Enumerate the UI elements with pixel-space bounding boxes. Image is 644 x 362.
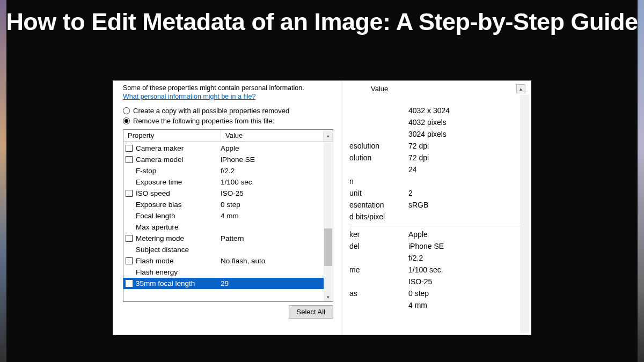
property-label: Camera maker [135,144,221,152]
details-scroll-up-icon[interactable]: ▴ [516,84,525,93]
property-row[interactable]: F-stopf/2.2 [123,165,324,176]
property-label: Camera model [135,156,221,164]
details-value: f/2.2 [408,252,520,264]
property-label: Exposure time [135,178,221,186]
checkbox [126,167,133,174]
screenshot-stage: Value ▴ 4032 x 30244032 pixels3024 pixel… [113,80,531,335]
radio-remove-following[interactable]: Remove the following properties from thi… [123,117,333,125]
details-label: n [349,175,408,187]
details-label: ker [349,228,408,240]
details-value: 72 dpi [408,140,520,152]
property-row[interactable]: Flash modeNo flash, auto [123,255,324,267]
privacy-link[interactable]: What personal information might be in a … [123,93,255,100]
details-row: d bits/pixel [349,211,520,223]
property-value: 1/100 sec. [221,178,324,186]
checkbox [126,269,133,276]
details-header-value: Value [371,85,516,93]
property-label: Max aperture [135,223,221,231]
radio-create-copy[interactable]: Create a copy with all possible properti… [123,107,333,115]
property-value: iPhone SE [221,156,324,164]
property-label: 35mm focal length [135,279,221,287]
details-row: 4 mm [349,299,520,311]
details-row: deliPhone SE [349,240,520,252]
property-label: Metering mode [135,234,221,242]
radio-icon [123,107,130,114]
column-header-property[interactable]: Property [123,130,221,141]
details-value: 2 [408,187,520,199]
property-label: Subject distance [135,246,221,254]
property-row[interactable]: Exposure bias0 step [123,199,324,210]
details-label [349,105,408,116]
property-row[interactable]: ISO speedISO-25 [123,188,324,199]
checkbox [126,246,133,253]
details-value: iPhone SE [408,240,520,252]
details-row: 24 [349,164,520,175]
property-row[interactable]: Focal length4 mm [123,210,324,221]
details-label: d bits/pixel [349,211,408,223]
details-label: unit [349,187,408,199]
property-value: Pattern [221,234,324,242]
details-value: 0 step [408,287,520,299]
scrollbar-thumb[interactable] [324,228,332,266]
details-label [349,164,408,175]
list-scrollbar[interactable]: ▾ [324,143,333,301]
list-scroll-down-icon[interactable]: ▾ [324,292,332,301]
details-row: n [349,175,520,187]
decorative-edge-right [638,0,644,362]
property-label: F-stop [135,167,221,175]
details-label [349,128,408,140]
property-value: f/2.2 [221,167,324,175]
property-row[interactable]: Metering modePattern [123,233,324,244]
checkbox [126,201,133,208]
properties-listbox: Property Value ▴ Camera makerAppleCamera… [123,129,333,302]
details-row: olution72 dpi [349,152,520,164]
checkbox[interactable] [126,156,133,163]
checkbox[interactable] [126,235,133,242]
checkbox[interactable] [126,190,133,197]
details-row: as0 step [349,287,520,299]
details-label [349,252,408,264]
checkbox [126,179,133,186]
property-row[interactable]: Flash energy [123,267,324,278]
select-all-button[interactable]: Select All [289,305,333,319]
radio-label: Create a copy with all possible properti… [133,107,289,115]
details-label: as [349,287,408,299]
details-row: kerApple [349,228,520,240]
details-label: esolution [349,140,408,152]
property-row[interactable]: Subject distance [123,244,324,255]
details-label [349,299,408,311]
property-label: Focal length [135,212,221,220]
property-value: 29 [221,279,324,287]
details-label [349,116,408,128]
details-value: 3024 pixels [408,128,520,140]
details-value: Apple [408,228,520,240]
property-value: 0 step [221,201,324,209]
details-divider [349,226,520,226]
radio-icon [123,117,130,124]
details-row: 3024 pixels [349,128,520,140]
details-value: sRGB [408,199,520,211]
property-label: Exposure bias [135,201,221,209]
details-value: 1/100 sec. [408,264,520,276]
list-scroll-up-icon[interactable]: ▴ [324,130,333,141]
details-value: 24 [408,164,520,175]
details-row: me1/100 sec. [349,264,520,276]
details-body: 4032 x 30244032 pixels3024 pixelsesoluti… [349,105,520,335]
property-row[interactable]: Exposure time1/100 sec. [123,176,324,188]
property-value: 4 mm [221,212,324,220]
checkbox[interactable] [126,280,133,287]
property-row[interactable]: Camera modeliPhone SE [123,154,324,165]
property-row[interactable]: 35mm focal length29 [123,278,324,289]
column-header-value[interactable]: Value [221,130,324,141]
checkbox [126,224,133,231]
details-row: esolution72 dpi [349,140,520,152]
checkbox[interactable] [126,257,133,264]
checkbox[interactable] [126,145,133,152]
property-row[interactable]: Camera makerApple [123,143,324,154]
details-scrollbar[interactable] [520,95,529,333]
property-value: Apple [221,144,324,152]
details-label: me [349,264,408,276]
property-row[interactable]: Max aperture [123,221,324,233]
details-row: esentationsRGB [349,199,520,211]
radio-label: Remove the following properties from thi… [133,117,274,125]
